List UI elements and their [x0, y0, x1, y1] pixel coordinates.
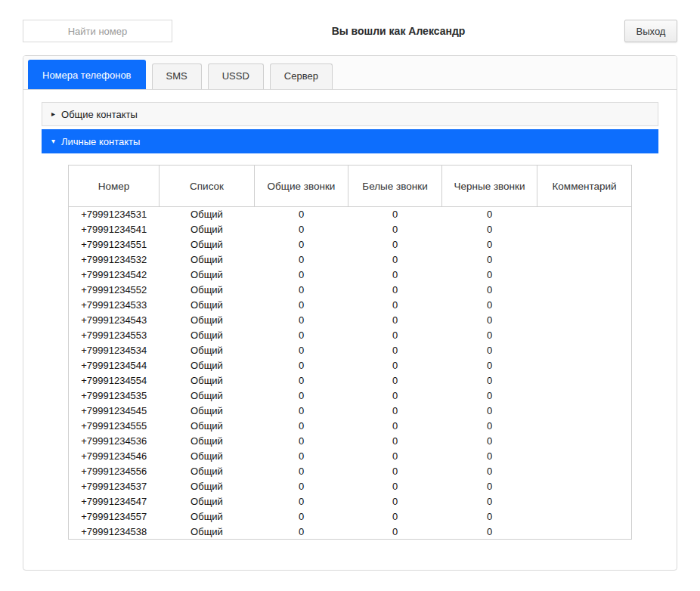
table-cell: 0: [255, 464, 348, 479]
table-cell: 0: [442, 524, 537, 540]
table-cell: Общий: [160, 449, 255, 464]
table-cell: [537, 298, 632, 313]
logout-button[interactable]: Выход: [624, 20, 677, 42]
table-cell: [537, 313, 632, 328]
table-cell: +79991234554: [69, 373, 160, 388]
table-row[interactable]: +79991234535Общий000: [69, 388, 632, 404]
table-cell: Общий: [160, 494, 255, 509]
table-row[interactable]: +79991234544Общий000: [69, 358, 632, 373]
table-row[interactable]: +79991234554Общий000: [69, 373, 632, 388]
table-cell: Общий: [160, 237, 255, 252]
table-row[interactable]: +79991234556Общий000: [69, 464, 632, 479]
chevron-down-icon: ▾: [51, 138, 55, 145]
table-cell: 0: [442, 388, 537, 404]
table-cell: 0: [442, 222, 537, 237]
table-row[interactable]: +79991234551Общий000: [69, 237, 632, 252]
tab-sms[interactable]: SMS: [152, 63, 202, 89]
page: Вы вошли как Александр Выход Номера теле…: [0, 0, 700, 591]
table-cell: [537, 343, 632, 358]
table-cell: 0: [442, 283, 537, 298]
table-cell: +79991234556: [69, 464, 160, 479]
table-cell: 0: [348, 373, 442, 388]
table-cell: [537, 252, 632, 268]
table-cell: +79991234538: [69, 524, 160, 540]
table-cell: 0: [442, 509, 537, 524]
table-row[interactable]: +79991234555Общий000: [69, 419, 632, 434]
table-cell: [537, 434, 632, 449]
accordion-personal-contacts-label: Личные контакты: [61, 136, 140, 147]
table-cell: Общий: [160, 373, 255, 388]
table-row[interactable]: +79991234534Общий000: [69, 343, 632, 358]
table-row[interactable]: +79991234541Общий000: [69, 222, 632, 237]
table-cell: [537, 268, 632, 283]
table-cell: 0: [442, 207, 537, 222]
table-cell: +79991234541: [69, 222, 160, 237]
table-cell: 0: [348, 479, 442, 494]
table-row[interactable]: +79991234532Общий000: [69, 252, 632, 268]
table-cell: [537, 404, 632, 419]
table-row[interactable]: +79991234536Общий000: [69, 434, 632, 449]
accordion-common-contacts[interactable]: ▸ Общие контакты: [42, 102, 658, 126]
accordion-common-contacts-label: Общие контакты: [61, 109, 138, 120]
table-cell: Общий: [160, 313, 255, 328]
table-row[interactable]: +79991234553Общий000: [69, 328, 632, 343]
table-cell: 0: [255, 222, 348, 237]
table-row[interactable]: +79991234538Общий000: [69, 524, 632, 540]
table-row[interactable]: +79991234533Общий000: [69, 298, 632, 313]
table-row[interactable]: +79991234543Общий000: [69, 313, 632, 328]
table-cell: Общий: [160, 388, 255, 404]
table-cell: [537, 479, 632, 494]
table-cell: 0: [442, 268, 537, 283]
tab-server[interactable]: Сервер: [270, 63, 333, 89]
table-cell: [537, 419, 632, 434]
table-row[interactable]: +79991234557Общий000: [69, 509, 632, 524]
table-cell: +79991234545: [69, 404, 160, 419]
table-row[interactable]: +79991234546Общий000: [69, 449, 632, 464]
column-header: Черные звонки: [442, 166, 537, 207]
table-cell: 0: [348, 237, 442, 252]
table-row[interactable]: +79991234547Общий000: [69, 494, 632, 509]
contacts-table: НомерСписокОбщие звонкиБелые звонкиЧерны…: [68, 165, 632, 540]
table-cell: Общий: [160, 509, 255, 524]
column-header: Номер: [69, 166, 160, 207]
table-cell: 0: [348, 494, 442, 509]
table-row[interactable]: +79991234552Общий000: [69, 283, 632, 298]
table-cell: 0: [255, 449, 348, 464]
table-cell: 0: [255, 283, 348, 298]
table-row[interactable]: +79991234531Общий000: [69, 207, 632, 222]
table-cell: 0: [348, 298, 442, 313]
table-cell: 0: [255, 252, 348, 268]
table-cell: 0: [255, 358, 348, 373]
table-row[interactable]: +79991234542Общий000: [69, 268, 632, 283]
tab-phone-numbers[interactable]: Номера телефонов: [28, 60, 146, 89]
table-cell: 0: [442, 313, 537, 328]
main-panel: Номера телефонов SMS USSD Сервер ▸ Общие…: [23, 55, 677, 571]
table-cell: 0: [255, 298, 348, 313]
table-cell: 0: [255, 313, 348, 328]
table-cell: 0: [442, 328, 537, 343]
table-cell: +79991234552: [69, 283, 160, 298]
table-cell: [537, 222, 632, 237]
table-cell: 0: [348, 328, 442, 343]
table-cell: +79991234547: [69, 494, 160, 509]
accordion-personal-contacts[interactable]: ▾ Личные контакты: [42, 129, 658, 153]
table-row[interactable]: +79991234537Общий000: [69, 479, 632, 494]
logged-in-status: Вы вошли как Александр: [172, 25, 624, 37]
table-cell: +79991234537: [69, 479, 160, 494]
table-cell: [537, 449, 632, 464]
chevron-right-icon: ▸: [51, 110, 55, 118]
table-cell: +79991234551: [69, 237, 160, 252]
table-cell: 0: [442, 494, 537, 509]
table-cell: Общий: [160, 358, 255, 373]
table-cell: 0: [255, 328, 348, 343]
search-input[interactable]: [23, 20, 172, 42]
table-cell: [537, 494, 632, 509]
table-cell: +79991234553: [69, 328, 160, 343]
table-cell: [537, 524, 632, 540]
contacts-table-body: +79991234531Общий000+79991234541Общий000…: [69, 207, 632, 540]
panel-body: ▸ Общие контакты ▾ Личные контакты Номер…: [23, 90, 677, 540]
table-cell: [537, 207, 632, 222]
table-cell: 0: [348, 434, 442, 449]
table-row[interactable]: +79991234545Общий000: [69, 404, 632, 419]
tab-ussd[interactable]: USSD: [208, 63, 264, 89]
